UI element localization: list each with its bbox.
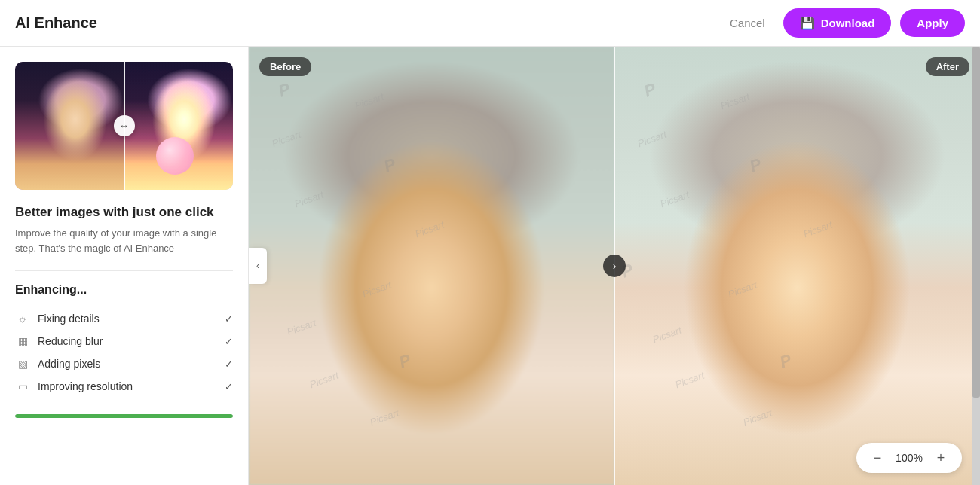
before-image: P Picsart Picsart P Picsart Picsart P Pi… <box>249 47 614 485</box>
panel-desc: Improve the quality of your image with a… <box>15 226 233 255</box>
before-label: Before <box>259 57 311 76</box>
pixels-icon: ▧ <box>15 356 30 371</box>
blur-icon: ▦ <box>15 334 30 349</box>
preview-face-blurry <box>15 62 124 190</box>
enhance-label-fixing: Fixing details <box>38 313 100 325</box>
preview-left-before <box>15 62 124 190</box>
enhance-label-blur: Reducing blur <box>38 335 103 347</box>
enhance-item-fixing: ☼ Fixing details ✓ <box>15 307 233 330</box>
canvas-drag-handle[interactable]: › <box>603 255 626 277</box>
resolution-icon: ▭ <box>15 379 30 394</box>
progress-bar-fill <box>15 414 233 418</box>
enhance-item-blur: ▦ Reducing blur ✓ <box>15 330 233 352</box>
header-actions: Cancel 💾 Download Apply <box>721 8 965 38</box>
canvas-area: P Picsart Picsart P Picsart Picsart P Pi… <box>249 47 980 485</box>
scrollbar-thumb[interactable] <box>972 47 980 398</box>
check-resolution: ✓ <box>225 381 233 392</box>
main-layout: ↔ Better images with just one click Impr… <box>0 47 980 485</box>
preview-split-handle[interactable]: ↔ <box>114 115 135 136</box>
zoom-out-button[interactable]: − <box>868 449 887 467</box>
bubble-gum <box>156 137 194 175</box>
check-pixels: ✓ <box>225 358 233 370</box>
cancel-button[interactable]: Cancel <box>721 11 774 35</box>
preview-split: ↔ <box>15 62 233 190</box>
apply-button[interactable]: Apply <box>900 9 965 37</box>
zoom-in-button[interactable]: + <box>932 449 950 467</box>
preview-container: ↔ <box>15 62 233 190</box>
before-face <box>249 47 614 485</box>
sun-icon: ☼ <box>15 311 30 326</box>
zoom-controls: − 100% + <box>856 443 962 473</box>
download-button[interactable]: 💾 Download <box>783 8 892 38</box>
panel-title: Better images with just one click <box>15 205 233 220</box>
app-title: AI Enhance <box>15 14 97 32</box>
enhancing-title: Enhancing... <box>15 283 233 297</box>
left-panel: ↔ Better images with just one click Impr… <box>0 47 249 485</box>
preview-right-after <box>124 62 234 190</box>
check-blur: ✓ <box>225 336 233 347</box>
enhance-item-pixels: ▧ Adding pixels ✓ <box>15 352 233 375</box>
collapse-panel-button[interactable]: ‹ <box>249 248 267 284</box>
vertical-scrollbar[interactable] <box>972 47 980 485</box>
enhance-label-resolution: Improving resolution <box>38 380 133 392</box>
header: AI Enhance Cancel 💾 Download Apply <box>0 0 980 47</box>
enhance-item-resolution: ▭ Improving resolution ✓ <box>15 375 233 398</box>
check-fixing: ✓ <box>225 313 233 325</box>
right-panel: ‹ P Picsart Picsart P Picsart Picsart P … <box>249 47 980 485</box>
zoom-value: 100% <box>894 452 924 464</box>
download-icon: 💾 <box>800 16 815 30</box>
after-image: P Picsart Picsart P Picsart Picsart P Pi… <box>614 47 980 485</box>
progress-bar-container <box>15 414 233 418</box>
divider <box>15 270 233 271</box>
enhance-label-pixels: Adding pixels <box>38 358 100 370</box>
after-label: After <box>926 57 969 76</box>
after-face <box>614 47 980 485</box>
